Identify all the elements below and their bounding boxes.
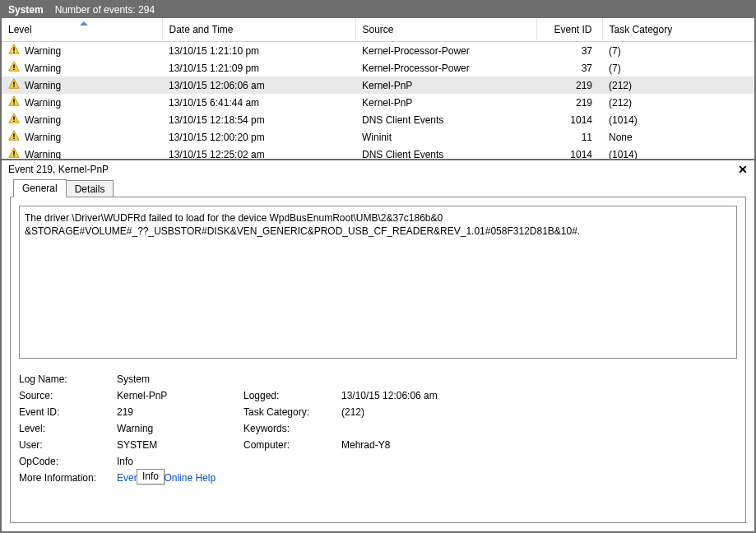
event-grid-scroll[interactable]: Level Date and Time Source Event ID Task…	[2, 18, 754, 159]
svg-rect-11	[13, 138, 14, 139]
column-header-level[interactable]: Level	[2, 18, 162, 42]
events-count-label: Number of events: 294	[55, 4, 155, 16]
more-info-link[interactable]: Event Log Online Help	[117, 472, 216, 484]
cell-level: Warning	[25, 97, 61, 109]
warning-icon	[8, 78, 20, 92]
meta-value-keywords	[341, 423, 506, 434]
cell-datetime: 13/10/15 6:41:44 am	[162, 94, 355, 111]
meta-label-more-info: More Information:	[19, 472, 114, 484]
svg-rect-10	[13, 133, 14, 137]
meta-label-keywords: Keywords:	[243, 423, 338, 434]
cell-source: DNS Client Events	[355, 111, 536, 128]
svg-rect-5	[13, 86, 14, 87]
meta-value-event-id: 219	[117, 406, 240, 418]
meta-label-user: User:	[19, 439, 114, 451]
cell-datetime: 13/10/15 12:06:06 am	[162, 76, 355, 94]
table-row[interactable]: Warning13/10/15 12:18:54 pmDNS Client Ev…	[2, 111, 754, 128]
cell-task-category: (1014)	[602, 111, 754, 128]
svg-rect-4	[13, 81, 14, 85]
cell-source: Wininit	[355, 128, 536, 146]
tab-details-label: Details	[75, 183, 105, 195]
svg-rect-8	[13, 116, 14, 119]
column-header-datetime-label: Date and Time	[169, 24, 234, 35]
cell-source: Kernel-PnP	[355, 76, 536, 94]
svg-rect-13	[13, 155, 14, 156]
cell-task-category: None	[602, 128, 754, 146]
svg-rect-3	[13, 69, 14, 70]
table-row[interactable]: Warning13/10/15 6:41:44 amKernel-PnP219(…	[2, 94, 754, 111]
cell-level: Warning	[25, 63, 61, 74]
svg-rect-6	[13, 99, 14, 102]
cell-event-id: 11	[536, 128, 602, 146]
meta-label-computer: Computer:	[243, 439, 338, 451]
meta-value-logged: 13/10/15 12:06:06 am	[341, 390, 506, 401]
meta-value-opcode: Info	[117, 456, 240, 467]
column-header-source-label: Source	[363, 24, 394, 35]
event-message-box: The driver \Driver\WUDFRd failed to load…	[19, 206, 737, 359]
cell-event-id: 219	[536, 94, 602, 111]
tab-details[interactable]: Details	[66, 180, 114, 197]
warning-icon	[8, 147, 20, 159]
meta-label-level: Level:	[19, 423, 114, 434]
tab-general-label: General	[22, 183, 58, 194]
cell-level: Warning	[25, 114, 61, 126]
cell-event-id: 219	[536, 76, 602, 94]
cell-datetime: 13/10/15 1:21:09 pm	[162, 59, 355, 76]
cell-event-id: 1014	[536, 146, 602, 159]
cell-source: DNS Client Events	[355, 146, 536, 159]
cell-source: Kernel-PnP	[355, 94, 536, 111]
close-detail-button[interactable]: ✕	[736, 164, 749, 175]
meta-label-task-category: Task Category:	[243, 406, 338, 418]
tab-panel-general: The driver \Driver\WUDFRd failed to load…	[10, 197, 746, 523]
table-row[interactable]: Warning13/10/15 1:21:10 pmKernel-Process…	[2, 42, 754, 60]
cell-level: Warning	[25, 80, 61, 91]
warning-icon	[8, 95, 20, 109]
svg-rect-9	[13, 121, 14, 122]
warning-icon	[8, 44, 20, 58]
meta-label-event-id: Event ID:	[19, 406, 114, 418]
svg-rect-7	[13, 104, 14, 104]
column-header-source[interactable]: Source	[355, 18, 536, 42]
event-grid: Level Date and Time Source Event ID Task…	[2, 18, 754, 159]
meta-value-source: Kernel-PnP	[117, 390, 240, 401]
meta-value-log-name: System	[117, 373, 240, 385]
table-row[interactable]: Warning13/10/15 12:25:02 amDNS Client Ev…	[2, 146, 754, 159]
cell-level: Warning	[25, 149, 61, 160]
table-row[interactable]: Warning13/10/15 12:06:06 amKernel-PnP219…	[2, 76, 754, 94]
column-header-event-id[interactable]: Event ID	[536, 18, 602, 42]
event-meta-grid: Log Name: System Source: Kernel-PnP Logg…	[19, 373, 737, 484]
cell-task-category: (212)	[602, 94, 754, 111]
cell-source: Kernel-Processor-Power	[355, 42, 536, 60]
system-label: System	[8, 4, 44, 16]
table-row[interactable]: Warning13/10/15 1:21:09 pmKernel-Process…	[2, 59, 754, 76]
event-grid-container: Level Date and Time Source Event ID Task…	[2, 18, 754, 160]
cell-level: Warning	[25, 45, 61, 57]
column-header-task-category-label: Task Category	[610, 24, 673, 35]
cell-event-id: 37	[536, 59, 602, 76]
svg-rect-0	[13, 47, 14, 50]
warning-icon	[8, 113, 20, 127]
cell-datetime: 13/10/15 1:21:10 pm	[162, 42, 355, 60]
cell-task-category: (7)	[602, 42, 754, 60]
svg-rect-1	[13, 52, 14, 53]
cell-datetime: 13/10/15 12:18:54 pm	[162, 111, 355, 128]
cell-task-category: (7)	[602, 59, 754, 76]
cell-event-id: 1014	[536, 111, 602, 128]
column-header-task-category[interactable]: Task Category	[602, 18, 754, 42]
cell-task-category: (212)	[602, 76, 754, 94]
table-row[interactable]: Warning13/10/15 12:00:20 pmWininit11None	[2, 128, 754, 146]
cell-source: Kernel-Processor-Power	[355, 59, 536, 76]
meta-value-level: Warning	[117, 423, 240, 434]
svg-rect-12	[13, 151, 14, 154]
warning-icon	[8, 61, 20, 75]
column-header-level-label: Level	[8, 24, 32, 35]
tab-general[interactable]: General	[13, 179, 67, 197]
warning-icon	[8, 130, 20, 144]
meta-value-user: SYSTEM	[117, 439, 240, 451]
title-bar: System Number of events: 294	[2, 2, 754, 18]
column-header-datetime[interactable]: Date and Time	[162, 18, 355, 42]
meta-value-task-category: (212)	[341, 406, 506, 418]
cell-level: Warning	[25, 132, 61, 143]
meta-label-log-name: Log Name:	[19, 373, 114, 385]
svg-rect-2	[13, 64, 14, 67]
